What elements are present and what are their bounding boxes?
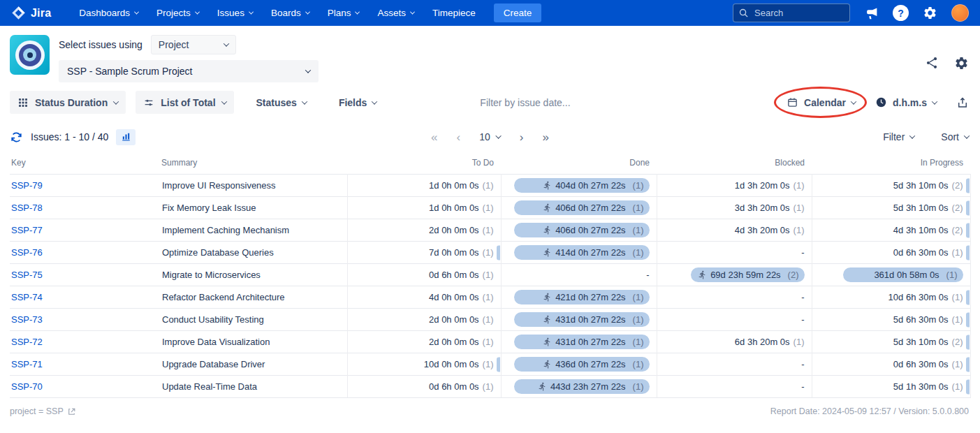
duration-value: 5d 3h 10m 0s [893, 203, 949, 213]
duration-cell: 0d 6h 30m 0s(1) [812, 353, 970, 376]
duration-cell: 1d 3h 20m 0s(1) [657, 175, 812, 197]
duration-value: 3d 3h 20m 0s [735, 203, 790, 213]
view-mode-dropdown[interactable]: List of Total [136, 91, 233, 114]
report-type-dropdown[interactable]: Status Duration [10, 91, 126, 114]
duration-value: 2d 0h 0m 0s [429, 225, 479, 235]
prev-page-button[interactable]: ‹ [457, 131, 461, 143]
issue-source-dropdown[interactable]: Project [151, 35, 236, 54]
nav-item-issues[interactable]: Issues [217, 8, 253, 18]
select-issues-label: Select issues using [59, 39, 142, 50]
chevron-down-icon [355, 10, 360, 15]
share-button[interactable] [925, 56, 939, 71]
external-link-icon[interactable] [67, 407, 76, 416]
nav-item-timepiece[interactable]: Timepiece [432, 8, 476, 18]
time-format-dropdown[interactable]: d.h.m.s [874, 91, 938, 114]
status-count: (1) [483, 337, 494, 347]
project-value: SSP - Sample Scrum Project [67, 66, 192, 77]
chart-view-button[interactable] [116, 129, 136, 145]
page-size-dropdown[interactable]: 10 [479, 131, 501, 142]
duration-pill: 404d 0h 27m 22s(1) [514, 178, 650, 193]
calendar-dropdown[interactable]: Calendar [785, 91, 857, 114]
duration-pill: 436d 0h 27m 22s(1) [514, 357, 650, 372]
issue-key-link[interactable]: SSP-70 [11, 381, 43, 392]
duration-bar-sliver [966, 379, 970, 394]
runner-icon [543, 248, 552, 257]
issue-key-link[interactable]: SSP-79 [11, 180, 43, 191]
duration-bar-sliver [966, 223, 970, 237]
report-settings-button[interactable] [954, 56, 969, 71]
statuses-dropdown[interactable]: Statuses [255, 91, 308, 114]
duration-cell: 7d 0h 0m 0s(1) [347, 242, 501, 264]
issue-key-cell: SSP-76 [10, 242, 160, 264]
issues-table: Key Summary To Do Done Blocked In Progre… [10, 154, 971, 398]
column-header-inprogress: In Progress [812, 154, 970, 175]
status-count: (1) [793, 203, 805, 213]
duration-cell: 436d 0h 27m 22s(1) [501, 353, 657, 376]
duration-value: 1d 0h 0m 0s [429, 203, 479, 213]
project-dropdown[interactable]: SSP - Sample Scrum Project [59, 60, 319, 82]
status-count: (1) [483, 314, 494, 325]
nav-item-assets[interactable]: Assets [377, 8, 414, 18]
duration-value: 414d 0h 27m 22s [555, 247, 625, 258]
status-count: (1) [952, 292, 963, 302]
duration-cell: 0d 6h 0m 0s(1) [347, 376, 501, 398]
chevron-down-icon [305, 67, 311, 73]
date-filter-input[interactable]: Filter by issue date... [480, 97, 570, 108]
duration-cell: 421d 0h 27m 22s(1) [501, 286, 657, 309]
chevron-down-icon [305, 10, 310, 15]
settings-button[interactable] [923, 6, 937, 20]
status-count: (1) [483, 247, 494, 258]
issues-count-label: Issues: 1 - 10 / 40 [31, 131, 108, 142]
chevron-down-icon [134, 10, 139, 15]
calendar-icon [787, 96, 798, 108]
duration-cell: 2d 0h 0m 0s(1) [347, 309, 501, 331]
nav-item-dashboards[interactable]: Dashboards [79, 8, 138, 18]
issue-key-cell: SSP-71 [10, 353, 160, 376]
nav-item-plans[interactable]: Plans [328, 8, 360, 18]
refresh-button[interactable] [10, 131, 23, 144]
status-count: (1) [483, 359, 494, 369]
duration-cell: 5d 1h 30m 0s(1) [812, 376, 970, 398]
first-page-button[interactable]: « [431, 131, 437, 143]
issue-key-link[interactable]: SSP-78 [11, 203, 43, 213]
announcements-button[interactable] [864, 6, 879, 20]
help-button[interactable]: ? [893, 5, 909, 21]
user-avatar[interactable] [951, 4, 969, 22]
status-count: (1) [483, 225, 494, 235]
issue-key-link[interactable]: SSP-73 [11, 314, 43, 325]
issue-key-link[interactable]: SSP-71 [11, 359, 43, 369]
fields-dropdown[interactable]: Fields [337, 91, 378, 114]
issue-key-link[interactable]: SSP-75 [11, 270, 43, 280]
issue-summary: Upgrade Database Driver [160, 353, 347, 376]
duration-cell: 431d 0h 27m 22s(1) [501, 331, 657, 353]
issue-key-link[interactable]: SSP-77 [11, 225, 43, 235]
create-button[interactable]: Create [494, 3, 542, 22]
export-button[interactable] [956, 96, 969, 109]
issue-key-link[interactable]: SSP-74 [11, 292, 43, 302]
search-box[interactable] [733, 3, 850, 22]
column-header-done: Done [501, 154, 657, 175]
duration-value: 443d 23h 27m 22s [550, 381, 626, 392]
issue-key-link[interactable]: SSP-72 [11, 337, 43, 347]
nav-item-boards[interactable]: Boards [271, 8, 309, 18]
runner-icon [698, 270, 707, 279]
empty-value: - [801, 247, 804, 258]
issue-key-link[interactable]: SSP-76 [11, 247, 43, 258]
duration-bar-sliver [497, 357, 500, 372]
search-input[interactable] [733, 3, 850, 22]
app-logo-lens [23, 48, 36, 61]
share-icon [925, 56, 939, 70]
next-page-button[interactable]: › [520, 131, 524, 143]
fields-label: Fields [339, 97, 367, 108]
chevron-down-icon [964, 133, 970, 138]
issue-summary: Fix Memory Leak Issue [160, 197, 347, 219]
app-logo-ring-outer [15, 41, 45, 70]
nav-item-label: Plans [328, 8, 351, 18]
jira-logo[interactable]: Jira [11, 6, 51, 20]
clock-icon [875, 96, 887, 108]
nav-item-projects[interactable]: Projects [156, 8, 199, 18]
last-page-button[interactable]: » [542, 131, 548, 143]
filter-dropdown[interactable]: Filter [883, 131, 914, 142]
sort-dropdown[interactable]: Sort [941, 131, 969, 142]
duration-bar-sliver [497, 245, 500, 260]
